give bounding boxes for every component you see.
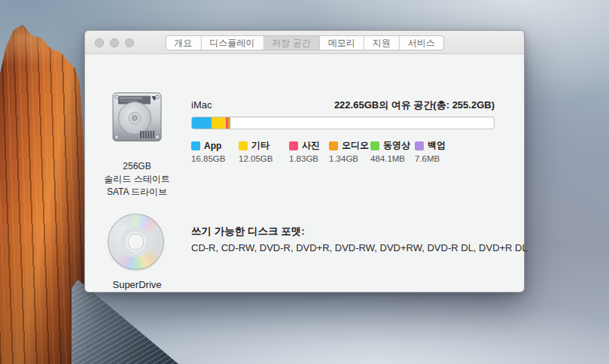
superdrive-disc-icon — [108, 214, 164, 270]
internal-drive-label: 256GB 솔리드 스테이트 SATA 드라이브 — [87, 160, 187, 199]
disc-formats-list: CD-R, CD-RW, DVD-R, DVD+R, DVD-RW, DVD+R… — [191, 242, 515, 253]
desktop-wallpaper: 개요디스플레이저장 공간메모리지원서비스 — [0, 0, 609, 364]
legend-item-5: 동영상484.1MB — [370, 141, 410, 163]
bar-segment-5 — [230, 117, 230, 129]
about-this-mac-window: 개요디스플레이저장 공간메모리지원서비스 — [84, 30, 525, 293]
window-content: 256GB 솔리드 스테이트 SATA 드라이브 SuperDrive iMac… — [85, 54, 524, 293]
legend-swatch-icon — [370, 141, 379, 150]
legend-swatch-icon — [289, 141, 298, 150]
traffic-lights — [95, 38, 134, 47]
tab-3[interactable]: 저장 공간 — [263, 36, 319, 50]
tab-1[interactable]: 개요 — [166, 36, 201, 50]
legend-label: 기타 — [251, 139, 269, 152]
device-name: iMac — [191, 99, 212, 111]
storage-usage-bar — [191, 117, 495, 129]
superdrive-label: SuperDrive — [87, 279, 187, 290]
legend-item-3: 사진1.83GB — [289, 141, 320, 163]
legend-label: 오디오 — [342, 139, 369, 152]
legend-value: 484.1MB — [370, 154, 410, 163]
legend-item-2: 기타12.05GB — [239, 141, 273, 163]
bar-segment-2 — [212, 117, 226, 129]
legend-item-6: 백업7.6MB — [415, 141, 446, 163]
legend-value: 12.05GB — [239, 154, 273, 163]
legend-swatch-icon — [329, 141, 338, 150]
legend-value: 16.85GB — [191, 154, 225, 163]
close-button[interactable] — [95, 38, 104, 47]
drive-type-line2: SATA 드라이브 — [87, 186, 187, 199]
legend-item-1: App16.85GB — [191, 141, 225, 163]
disc-formats-title: 쓰기 가능한 디스크 포맷: — [191, 225, 305, 238]
free-space-text: 222.65GB의 여유 공간(총: 255.2GB) — [334, 99, 495, 112]
device-row: iMac 222.65GB의 여유 공간(총: 255.2GB) — [191, 99, 495, 112]
legend-value: 7.6MB — [415, 154, 446, 163]
tab-4[interactable]: 메모리 — [320, 36, 364, 50]
drive-type-line1: 솔리드 스테이트 — [87, 173, 187, 186]
tab-2[interactable]: 디스플레이 — [201, 36, 263, 50]
legend-swatch-icon — [239, 141, 248, 150]
zoom-button[interactable] — [125, 38, 134, 47]
legend-swatch-icon — [415, 141, 424, 150]
drive-capacity: 256GB — [87, 160, 187, 173]
legend-label: App — [204, 141, 221, 151]
storage-legend: App16.85GB기타12.05GB사진1.83GB오디오1.34GB동영상4… — [191, 141, 507, 175]
legend-swatch-icon — [191, 141, 200, 150]
tab-6[interactable]: 서비스 — [400, 36, 443, 50]
legend-item-4: 오디오1.34GB — [329, 141, 369, 163]
bar-segment-1 — [192, 117, 212, 129]
minimize-button[interactable] — [110, 38, 119, 47]
hard-drive-icon — [112, 92, 162, 143]
legend-label: 동영상 — [383, 139, 410, 152]
legend-label: 백업 — [428, 139, 446, 152]
legend-value: 1.34GB — [329, 154, 369, 163]
window-titlebar[interactable]: 개요디스플레이저장 공간메모리지원서비스 — [85, 31, 524, 54]
tab-bar: 개요디스플레이저장 공간메모리지원서비스 — [165, 35, 443, 50]
tab-5[interactable]: 지원 — [364, 36, 400, 50]
legend-value: 1.83GB — [289, 154, 320, 163]
legend-label: 사진 — [302, 139, 320, 152]
